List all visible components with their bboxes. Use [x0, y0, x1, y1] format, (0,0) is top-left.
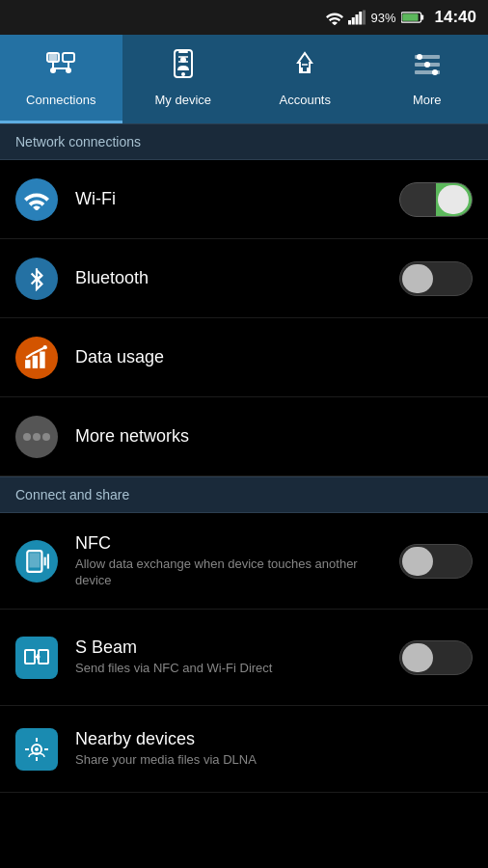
nfc-text: NFC Allow data exchange when device touc…	[75, 533, 390, 589]
svg-point-39	[33, 433, 41, 441]
tab-accounts-label: Accounts	[280, 93, 331, 107]
wifi-toggle-knob	[438, 185, 469, 214]
svg-point-50	[35, 747, 39, 751]
more-networks-row[interactable]: More networks	[0, 397, 488, 476]
svg-rect-36	[40, 351, 44, 367]
data-usage-row[interactable]: Data usage	[0, 318, 488, 397]
sbeam-toggle-knob	[402, 643, 433, 672]
svg-point-40	[42, 433, 50, 441]
sbeam-row[interactable]: S Beam Send files via NFC and Wi-Fi Dire…	[0, 610, 488, 706]
tab-connections-label: Connections	[26, 93, 95, 107]
svg-point-30	[424, 62, 430, 68]
connections-icon	[45, 49, 76, 87]
wifi-icon	[15, 178, 58, 221]
svg-rect-4	[363, 11, 366, 25]
more-networks-text: More networks	[75, 426, 473, 447]
status-icons: 93% 14:40	[326, 8, 476, 27]
wifi-text: Wi-Fi	[75, 189, 399, 209]
nfc-icon	[15, 540, 58, 583]
svg-point-29	[417, 54, 422, 60]
bluetooth-title: Bluetooth	[75, 268, 399, 288]
tab-connections[interactable]: Connections	[0, 35, 122, 123]
svg-rect-42	[29, 553, 40, 567]
status-time: 14:40	[435, 8, 476, 27]
nearby-devices-icon	[15, 728, 58, 771]
svg-rect-0	[348, 20, 351, 25]
svg-rect-6	[420, 14, 423, 19]
nfc-toggle[interactable]	[399, 544, 473, 579]
bluetooth-toggle[interactable]	[399, 261, 473, 296]
svg-rect-18	[178, 51, 188, 53]
bluetooth-row[interactable]: Bluetooth	[0, 239, 488, 318]
connect-share-header: Connect and share	[0, 476, 488, 513]
svg-rect-34	[25, 360, 30, 368]
wifi-title: Wi-Fi	[75, 189, 399, 209]
signal-icon	[348, 10, 366, 25]
sbeam-toggle[interactable]	[399, 640, 473, 675]
sbeam-text: S Beam Send files via NFC and Wi-Fi Dire…	[75, 637, 390, 677]
bluetooth-icon	[15, 258, 58, 300]
svg-point-19	[181, 72, 185, 76]
nearby-devices-row[interactable]: Nearby devices Share your media files vi…	[0, 706, 488, 793]
sbeam-icon	[15, 637, 58, 679]
svg-rect-35	[33, 355, 38, 367]
sbeam-subtitle: Send files via NFC and Wi-Fi Direct	[75, 661, 390, 677]
network-connections-header: Network connections	[0, 123, 488, 160]
more-networks-title: More networks	[75, 426, 473, 447]
nearby-devices-text: Nearby devices Share your media files vi…	[75, 729, 473, 769]
tab-bar: Connections My device Ac	[0, 35, 488, 123]
data-usage-icon	[15, 337, 58, 379]
accounts-icon	[290, 49, 319, 87]
tab-more-label: More	[413, 93, 442, 107]
nfc-toggle-knob	[402, 547, 433, 576]
nearby-devices-subtitle: Share your media files via DLNA	[75, 752, 473, 769]
svg-point-31	[432, 69, 438, 75]
tab-accounts[interactable]: Accounts	[244, 35, 366, 123]
tab-more[interactable]: More	[366, 35, 489, 123]
svg-rect-1	[352, 17, 355, 25]
more-icon	[412, 49, 443, 87]
battery-icon	[401, 11, 424, 24]
svg-point-22	[180, 57, 186, 63]
mydevice-icon	[169, 49, 198, 87]
svg-point-14	[50, 68, 56, 73]
svg-point-38	[23, 433, 31, 441]
svg-rect-7	[402, 14, 418, 21]
tab-mydevice[interactable]: My device	[122, 35, 245, 123]
data-usage-title: Data usage	[75, 347, 473, 367]
nfc-row[interactable]: NFC Allow data exchange when device touc…	[0, 513, 488, 610]
bluetooth-text: Bluetooth	[75, 268, 399, 288]
nfc-title: NFC	[75, 533, 390, 554]
sbeam-title: S Beam	[75, 637, 390, 658]
svg-rect-45	[25, 650, 35, 664]
nfc-subtitle: Allow data exchange when device touches …	[75, 556, 390, 589]
data-usage-text: Data usage	[75, 347, 473, 367]
svg-point-15	[66, 68, 71, 73]
wifi-row[interactable]: Wi-Fi	[0, 160, 488, 239]
bluetooth-toggle-knob	[402, 264, 433, 293]
svg-rect-11	[63, 53, 74, 62]
tab-mydevice-label: My device	[154, 93, 211, 107]
svg-rect-3	[360, 12, 363, 25]
status-bar: 93% 14:40	[0, 0, 488, 35]
wifi-status-icon	[326, 10, 343, 25]
more-networks-icon	[15, 416, 58, 458]
svg-rect-16	[49, 54, 57, 61]
wifi-toggle[interactable]	[399, 182, 473, 217]
svg-rect-2	[356, 14, 359, 25]
svg-point-37	[43, 345, 47, 349]
battery-percent: 93%	[370, 11, 395, 25]
nearby-devices-title: Nearby devices	[75, 729, 473, 749]
